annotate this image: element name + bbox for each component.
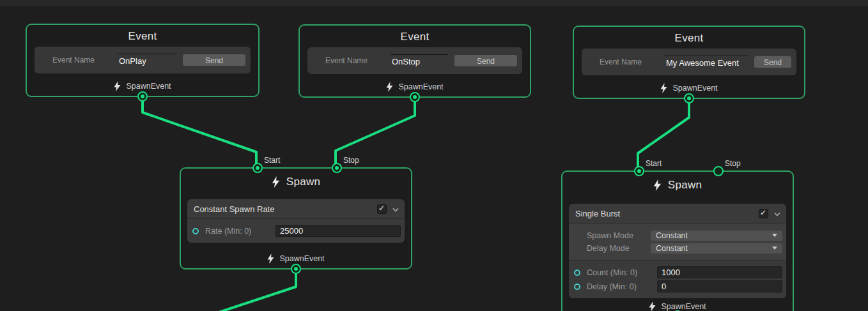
send-button[interactable]: Send (454, 55, 517, 66)
spawn-mode-label: Spawn Mode (587, 231, 651, 240)
lightning-icon (114, 81, 121, 91)
chevron-down-icon[interactable] (393, 206, 398, 211)
spawn-mode-value: Constant (656, 231, 772, 240)
delay-value-field[interactable] (657, 280, 782, 292)
event-node-onstop[interactable]: Event Event Name Send SpawnEvent (298, 24, 531, 98)
event-node-awesome[interactable]: Event Event Name Send SpawnEvent (573, 26, 805, 99)
delay-mode-dropdown[interactable]: Constant (651, 243, 782, 254)
block-header: Single Burst (569, 204, 786, 223)
setting-row-spawn-mode: Spawn Mode Constant (569, 230, 782, 241)
node-title: Event (300, 31, 530, 43)
output-port-spawnevent[interactable] (137, 91, 148, 102)
input-port-stop[interactable] (713, 166, 724, 176)
spawnevent-output-label: SpawnEvent (661, 302, 706, 311)
node-title: Spawn (668, 179, 702, 192)
event-name-group: Event Name Send (307, 47, 522, 74)
block-single-burst[interactable]: Single Burst Spawn Mode Constant Delay M… (569, 204, 786, 298)
spawnevent-output-label: SpawnEvent (398, 82, 443, 91)
event-name-input[interactable] (118, 54, 176, 66)
dropdown-arrow-icon (772, 247, 777, 250)
delay-mode-label: Delay Mode (587, 244, 651, 253)
count-input-port[interactable] (574, 269, 580, 276)
event-name-input[interactable] (665, 56, 748, 68)
vfx-graph-canvas[interactable]: Event Event Name Send SpawnEvent Event E… (0, 0, 868, 311)
node-title: Event (574, 32, 804, 45)
block-constant-spawn-rate[interactable]: Constant Spawn Rate Rate (Min: 0) (187, 199, 405, 243)
block-enabled-checkbox[interactable] (759, 209, 768, 218)
node-title: Event (27, 30, 258, 43)
output-port-spawnevent[interactable] (410, 92, 420, 102)
event-name-label: Event Name (52, 56, 116, 64)
block-title: Constant Spawn Rate (194, 204, 372, 214)
stop-port-label: Stop (725, 159, 741, 168)
node-title-row: Spawn (562, 179, 793, 192)
spawnevent-output-label: SpawnEvent (672, 84, 717, 93)
block-settings-section: Spawn Mode Constant Delay Mode Constant (569, 224, 786, 260)
count-label: Count (Min: 0) (587, 268, 657, 277)
edge-onplay-to-start[interactable] (143, 96, 256, 169)
setting-row-delay-mode: Delay Mode Constant (569, 243, 782, 254)
stop-port-label: Stop (343, 156, 359, 165)
lightning-icon (386, 82, 393, 92)
lightning-icon (660, 83, 667, 93)
rate-input-port[interactable] (192, 228, 199, 234)
start-port-label: Start (646, 159, 662, 168)
spawnevent-output-row: SpawnEvent (562, 298, 793, 311)
input-port-stop[interactable] (332, 163, 342, 173)
start-port-label: Start (264, 156, 280, 165)
send-button[interactable]: Send (754, 56, 791, 68)
spawn-node-burst[interactable]: Start Stop Spawn Single Burst Spawn Mode… (561, 171, 794, 311)
delay-input-port[interactable] (574, 284, 580, 290)
delay-label: Delay (Min: 0) (587, 282, 657, 291)
event-node-onplay[interactable]: Event Event Name Send SpawnEvent (26, 24, 260, 97)
block-header: Constant Spawn Rate (187, 199, 405, 218)
event-name-group: Event Name Send (582, 49, 796, 75)
block-title: Single Burst (575, 209, 754, 218)
property-row-count: Count (Min: 0) (569, 266, 782, 279)
output-port-spawnevent[interactable] (684, 93, 694, 103)
dropdown-arrow-icon (772, 234, 777, 237)
chevron-down-icon[interactable] (775, 211, 780, 216)
edge-spawnevent-out[interactable] (192, 268, 296, 311)
node-title-row: Spawn (181, 176, 411, 188)
spawn-mode-dropdown[interactable]: Constant (651, 231, 782, 241)
spawnevent-output-label: SpawnEvent (279, 254, 324, 263)
node-title: Spawn (286, 176, 320, 188)
property-row-delay: Delay (Min: 0) (569, 280, 782, 293)
event-name-label: Event Name (325, 56, 389, 65)
rate-value-field[interactable] (275, 225, 401, 237)
output-port-spawnevent[interactable] (291, 264, 301, 274)
input-port-start[interactable] (252, 163, 263, 173)
spawn-node-constant[interactable]: Start Stop Spawn Constant Spawn Rate Rat… (180, 167, 412, 269)
event-name-input[interactable] (391, 54, 448, 67)
property-row-rate: Rate (Min: 0) (187, 224, 401, 238)
lightning-icon (649, 301, 656, 311)
delay-mode-value: Constant (656, 244, 772, 253)
spawnevent-output-label: SpawnEvent (126, 82, 171, 91)
lightning-icon (267, 254, 274, 264)
event-name-label: Event Name (600, 57, 663, 66)
lightning-icon (653, 179, 662, 191)
block-enabled-checkbox[interactable] (377, 204, 387, 214)
rate-label: Rate (Min: 0) (205, 227, 275, 236)
input-port-start[interactable] (634, 166, 644, 176)
lightning-icon (272, 176, 280, 188)
count-value-field[interactable] (657, 266, 782, 278)
event-name-group: Event Name Send (35, 47, 251, 73)
send-button[interactable]: Send (183, 54, 245, 66)
